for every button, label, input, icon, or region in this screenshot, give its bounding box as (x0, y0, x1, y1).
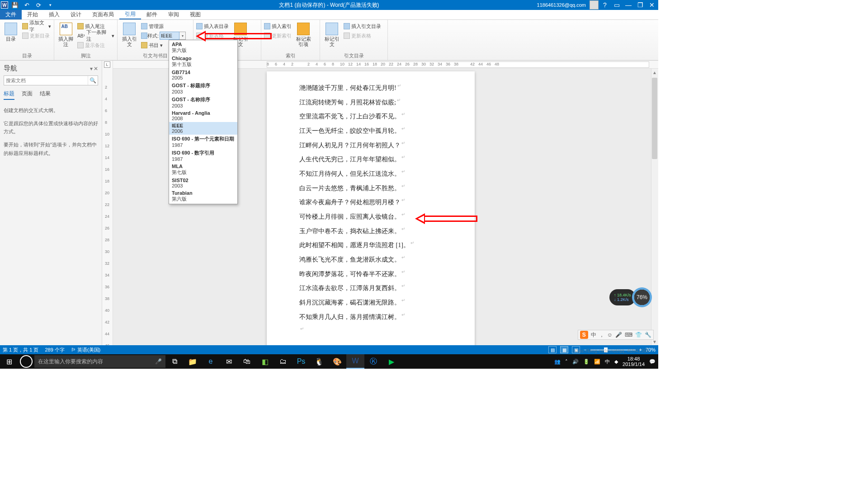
language-status[interactable]: 🏳 英语(美国) (71, 347, 100, 353)
notifications-icon[interactable]: 💬 (649, 359, 656, 365)
citation-style-dropdown[interactable]: APA第六版Chicago第十五版GB77142005GOST - 标题排序20… (169, 40, 238, 204)
keyboard-icon[interactable]: ⌨ (625, 332, 632, 338)
minimize-icon[interactable]: — (623, 0, 634, 9)
nav-tab-pages[interactable]: 页面 (22, 90, 33, 100)
qat-customize-icon[interactable]: ▾ (45, 0, 55, 9)
wifi-icon[interactable]: 📶 (594, 359, 600, 365)
mic-icon[interactable]: 🎤 (155, 358, 162, 365)
tab-review[interactable]: 审阅 (163, 10, 184, 19)
insert-citation-button[interactable]: 插入引文 (120, 21, 138, 47)
emoji-icon[interactable]: ☺ (607, 332, 613, 338)
ime-mode[interactable]: 中 (591, 331, 596, 339)
citation-style-input[interactable] (160, 32, 179, 40)
tab-layout[interactable]: 页面布局 (87, 10, 119, 19)
insert-footnote-button[interactable]: AB 插入脚注 (57, 21, 75, 47)
style-option-harvard-anglia[interactable]: Harvard - Anglia2008 (169, 109, 237, 122)
scroll-thumb[interactable] (652, 78, 657, 159)
skin-icon[interactable]: 👕 (635, 332, 642, 338)
restore-icon[interactable]: ❐ (635, 0, 646, 9)
close-icon[interactable]: ✕ (646, 0, 657, 9)
insert-toa-button[interactable]: 插入引文目录 (344, 22, 381, 31)
task-view-icon[interactable]: ⧉ (165, 354, 184, 369)
next-footnote-button[interactable]: AB¹下一条脚注 ▾ (77, 31, 114, 40)
doc-line[interactable]: 谁家今夜扁舟子？何处相思明月楼？↵ (299, 194, 442, 208)
insert-index-button[interactable]: 插入索引 (264, 22, 292, 31)
nav-close-icon[interactable]: ✕ (94, 66, 98, 72)
paint-icon[interactable]: 🎨 (328, 354, 346, 369)
mark-authority-button[interactable]: 标记引文 (323, 21, 341, 47)
photoshop-icon[interactable]: Ps (292, 354, 310, 369)
start-button[interactable]: ⊞ (0, 354, 18, 369)
doc-line[interactable]: 江流宛转绕芳甸，月照花林皆似霰;↵ (299, 94, 442, 108)
doc-line[interactable]: 鸿雁长飞光不度，鱼龙潜跃水成文。↵ (299, 251, 442, 266)
nav-dropdown-icon[interactable]: ▾ (90, 66, 93, 72)
search-input[interactable] (4, 78, 88, 83)
mail-icon[interactable]: ✉ (220, 354, 238, 369)
read-mode-icon[interactable]: ▤ (548, 346, 557, 353)
update-toc-button[interactable]: 更新目录 (22, 31, 51, 40)
style-option-ieee[interactable]: IEEE2006 (169, 122, 237, 135)
style-option-iso-690-[interactable]: ISO 690 - 第一个元素和日期1987 (169, 135, 237, 149)
page[interactable]: 滟滟随波千万里，何处春江无月明!↵江流宛转绕芳甸，月照花林皆似霰;↵空里流霜不觉… (267, 71, 475, 345)
style-option-gost-[interactable]: GOST - 标题排序2003 (169, 81, 237, 95)
store-icon[interactable]: 🛍 (238, 354, 256, 369)
style-option-gb7714[interactable]: GB77142005 (169, 69, 237, 81)
tab-design[interactable]: 设计 (65, 10, 87, 19)
iqiyi-icon[interactable]: ▶ (382, 354, 401, 369)
mic-icon[interactable]: 🎤 (615, 332, 622, 338)
word-taskbar-icon[interactable]: W (346, 354, 364, 369)
help-icon[interactable]: ? (599, 0, 610, 9)
files-icon[interactable]: 🗂 (274, 354, 292, 369)
qq-icon[interactable]: 🐧 (310, 354, 328, 369)
user-email[interactable]: 1186461326@qq.com (537, 2, 586, 8)
doc-line[interactable]: 可怜楼上月徘徊，应照离人妆镜台。↵ (299, 208, 442, 223)
page-status[interactable]: 第 1 页，共 1 页 (3, 347, 38, 353)
style-option-chicago[interactable]: Chicago第十五版 (169, 55, 237, 69)
volume-icon[interactable]: 🔊 (572, 359, 579, 365)
tab-file[interactable]: 文件 (0, 10, 22, 19)
avatar[interactable] (590, 0, 599, 9)
style-option-mla[interactable]: MLA第七版 (169, 163, 237, 177)
nav-tab-results[interactable]: 结果 (40, 90, 51, 100)
add-text-button[interactable]: 添加文字 ▾ (22, 22, 51, 31)
tray-up-icon[interactable]: ˄ (565, 359, 568, 365)
print-layout-icon[interactable]: ▦ (560, 346, 568, 353)
search-icon[interactable]: 🔍 (88, 76, 98, 85)
toc-button[interactable]: 目录 (3, 21, 19, 42)
clock[interactable]: 18:48 2019/1/14 (623, 356, 645, 367)
doc-line[interactable]: 此时相望不相闻，愿逐月华流照君 [1]。↵ (299, 237, 442, 251)
word-count[interactable]: 289 个字 (45, 347, 64, 353)
people-icon[interactable]: 👥 (554, 359, 561, 365)
update-index-button[interactable]: 更新索引 (264, 31, 292, 40)
accelerator-widget[interactable]: 76% (632, 287, 652, 307)
tab-view[interactable]: 视图 (184, 10, 206, 19)
nav-tab-headings[interactable]: 标题 (4, 90, 14, 100)
insert-tof-button[interactable]: 插入表目录 (196, 22, 229, 31)
doc-line[interactable]: 江水流春去欲尽，江潭落月复西斜。↵ (299, 280, 442, 294)
ribbon-options-icon[interactable]: ▭ (611, 0, 622, 9)
tab-selector-icon[interactable]: L (104, 61, 110, 68)
nav-search[interactable]: 🔍 (4, 75, 98, 85)
doc-line[interactable]: 不知江月待何人，但见长江送流水。↵ (299, 165, 442, 180)
style-option-turabian[interactable]: Turabian第六版 (169, 189, 237, 203)
taskbar-search[interactable]: 在这里输入你要搜索的内容 🎤 (34, 355, 165, 368)
citation-style-dropdown-icon[interactable]: ▾ (179, 32, 186, 40)
manage-sources-button[interactable]: 管理源 (141, 22, 186, 31)
style-option-iso-690-[interactable]: ISO 690 - 数字引用1987 (169, 149, 237, 163)
tab-insert[interactable]: 插入 (43, 10, 65, 19)
update-toa-button[interactable]: 更新表格 (344, 31, 381, 40)
doc-line[interactable]: 江天一色无纤尘，皎皎空中孤月轮。↵ (299, 122, 442, 137)
app-icon-1[interactable]: ◧ (256, 354, 274, 369)
tab-references[interactable]: 引用 (119, 10, 141, 19)
undo-icon[interactable]: ↶ (22, 0, 32, 9)
save-icon[interactable]: 💾 (10, 0, 20, 9)
ime-toolbar[interactable]: S 中 ， ☺ 🎤 ⌨ 👕 🔧 (578, 330, 654, 340)
scroll-up-icon[interactable]: ▲ (651, 69, 658, 76)
doc-line[interactable]: 白云一片去悠悠，青枫浦上不胜愁。↵ (299, 180, 442, 194)
doc-line[interactable]: 江畔何人初见月？江月何年初照人？↵ (299, 137, 442, 151)
style-option-apa[interactable]: APA第六版 (169, 41, 237, 55)
vertical-scrollbar[interactable]: ▲ ▼ (651, 69, 658, 345)
style-option-gost-[interactable]: GOST - 名称排序2003 (169, 95, 237, 109)
toolbox-icon[interactable]: 🔧 (645, 332, 651, 338)
tab-mail[interactable]: 邮件 (141, 10, 163, 19)
